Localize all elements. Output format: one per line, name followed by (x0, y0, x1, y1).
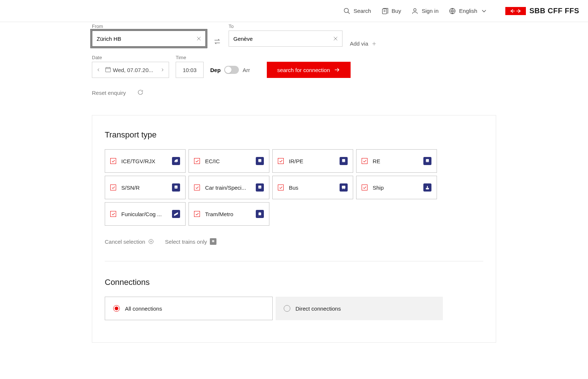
checkbox-checked-icon (194, 158, 200, 164)
from-input[interactable] (96, 35, 196, 42)
reset-enquiry-link[interactable]: Reset enquiry (92, 90, 126, 96)
time-input[interactable]: 10:03 (176, 62, 204, 78)
svg-rect-19 (258, 186, 261, 189)
swap-stations-button[interactable] (213, 37, 221, 47)
svg-point-6 (176, 162, 177, 163)
svg-rect-16 (175, 186, 178, 189)
checkbox-checked-icon (110, 158, 116, 164)
transport-type-label: Bus (289, 185, 334, 191)
checkbox-checked-icon (362, 185, 368, 190)
checkbox-checked-icon (278, 185, 284, 190)
svg-point-11 (343, 161, 343, 162)
transport-type-option[interactable]: Funicular/Cog ... (105, 202, 186, 226)
transport-type-label: Car train/Speci... (205, 185, 251, 191)
radio-checked-icon (113, 305, 120, 312)
transport-type-option[interactable]: Ship (356, 176, 437, 199)
train-icon (256, 157, 264, 165)
to-input-wrapper[interactable] (229, 31, 343, 47)
svg-point-24 (344, 189, 345, 189)
close-icon (333, 36, 338, 42)
transport-type-label: Ship (373, 185, 418, 191)
connections-direct-label: Direct connections (295, 305, 341, 312)
nav-language[interactable]: English (449, 7, 487, 15)
to-clear-button[interactable] (333, 36, 338, 42)
from-label: From (92, 24, 206, 29)
checkbox-checked-icon (362, 158, 368, 164)
user-icon (411, 7, 419, 15)
train-icon (172, 183, 180, 192)
transport-type-option[interactable]: ICE/TGV/RJX (105, 149, 186, 173)
svg-point-15 (428, 161, 429, 162)
cancel-icon (148, 239, 154, 244)
svg-rect-1 (382, 9, 387, 14)
to-input[interactable] (233, 35, 333, 42)
advanced-options-panel: Transport type ICE/TGV/RJXEC/ICIR/PERES/… (92, 115, 496, 343)
top-navigation: Search Buy Sign in English SBB CFF FFS (0, 0, 588, 22)
close-icon (196, 36, 202, 42)
transport-type-label: EC/IC (205, 158, 251, 164)
svg-point-18 (176, 187, 177, 188)
svg-rect-25 (259, 212, 261, 215)
svg-rect-4 (105, 67, 111, 72)
cancel-selection-link[interactable]: Cancel selection (105, 239, 154, 245)
connections-direct-option[interactable]: Direct connections (276, 297, 443, 320)
time-label: Time (176, 55, 204, 60)
transport-type-option[interactable]: Car train/Speci... (189, 176, 269, 199)
date-prev-button[interactable] (94, 62, 103, 78)
refresh-icon (137, 89, 144, 96)
transport-type-title: Transport type (105, 130, 483, 140)
transport-type-option[interactable]: Tram/Metro (189, 202, 269, 226)
select-trains-only-link[interactable]: Select trains only (165, 238, 216, 245)
globe-icon (449, 7, 456, 15)
ship-icon (423, 183, 431, 192)
search-icon (343, 7, 351, 15)
date-label: Date (92, 55, 169, 60)
radio-unchecked-icon (284, 305, 290, 312)
funicular-icon (172, 210, 180, 218)
calendar-icon (105, 66, 111, 74)
nav-signin[interactable]: Sign in (411, 7, 438, 15)
chevron-down-icon (480, 7, 488, 15)
cancel-selection-label: Cancel selection (105, 239, 145, 245)
search-connection-button[interactable]: search for connection (267, 62, 350, 78)
transport-type-option[interactable]: Bus (272, 176, 353, 199)
ticket-icon (381, 7, 389, 15)
svg-point-0 (344, 8, 349, 12)
svg-point-12 (344, 161, 345, 162)
train-icon (340, 157, 348, 165)
nav-buy[interactable]: Buy (381, 7, 401, 15)
transport-type-label: S/SN/R (121, 185, 167, 191)
add-via-button[interactable]: Add via (350, 40, 377, 47)
select-trains-only-label: Select trains only (165, 239, 207, 245)
svg-rect-10 (342, 159, 345, 162)
dep-arr-toggle[interactable] (224, 66, 239, 74)
svg-point-20 (259, 187, 259, 188)
connections-title: Connections (105, 278, 483, 287)
time-value: 10:03 (183, 67, 197, 73)
nav-language-label: English (459, 8, 477, 14)
brand-text: SBB CFF FFS (530, 7, 580, 15)
date-picker[interactable]: Wed, 07.07.20... (92, 62, 169, 78)
transport-type-option[interactable]: IR/PE (272, 149, 353, 173)
from-input-wrapper[interactable] (92, 31, 206, 47)
transport-type-option[interactable]: RE (356, 149, 437, 173)
connections-all-option[interactable]: All connections (105, 297, 273, 320)
refresh-button[interactable] (137, 89, 144, 97)
to-label: To (229, 24, 343, 29)
transport-type-option[interactable]: EC/IC (189, 149, 269, 173)
sbb-logo-icon (505, 7, 526, 15)
arr-label: Arr (243, 67, 250, 73)
transport-type-grid: ICE/TGV/RJXEC/ICIR/PERES/SN/RCar train/S… (105, 149, 443, 226)
from-clear-button[interactable] (196, 36, 202, 42)
transport-type-label: Tram/Metro (205, 211, 251, 217)
add-via-label: Add via (350, 40, 368, 47)
nav-search[interactable]: Search (343, 7, 371, 15)
nav-signin-label: Sign in (422, 8, 438, 14)
checkbox-checked-icon (110, 185, 116, 190)
brand[interactable]: SBB CFF FFS (505, 7, 580, 15)
date-next-button[interactable] (158, 62, 167, 78)
transport-type-option[interactable]: S/SN/R (105, 176, 186, 199)
plus-icon (371, 41, 377, 47)
tram-icon (256, 210, 264, 218)
checkbox-checked-icon (278, 158, 284, 164)
